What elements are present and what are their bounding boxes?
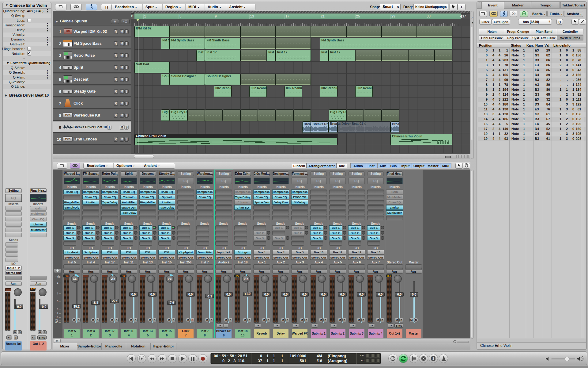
svg-text:OUT: OUT (522, 13, 526, 15)
svg-text:IN: IN (513, 13, 514, 15)
svg-text:S: S (432, 357, 435, 360)
